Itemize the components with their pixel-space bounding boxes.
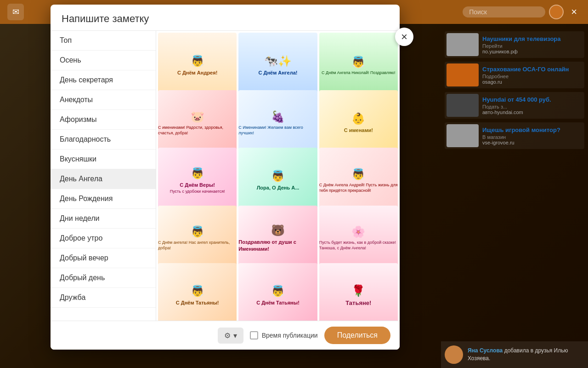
card-icon-6: 👶: [351, 112, 365, 125]
card-content-6: 👶 С именами!: [344, 112, 373, 134]
card-text-4: С именинами! Радости, здоровья, счастья,…: [158, 125, 237, 136]
category-item-weekdays[interactable]: Дни недели: [51, 209, 156, 229]
ad-info-1: Наушники для телевизора Перейти по.ушник…: [482, 35, 582, 54]
gear-button[interactable]: ⚙ ▾: [218, 328, 243, 344]
card-content-8: 👼 Лора, О День А...: [257, 170, 300, 191]
card-content-12: 🌸 Пусть будет жизнь, как в доброй сказке…: [319, 225, 398, 251]
card-content-1: 👼 С Днём Андрея!: [177, 55, 217, 76]
user-notif-name[interactable]: Яна Суслова: [468, 347, 503, 354]
grid-card-10[interactable]: 👼 С Днём ангела! Нас ангел хранитель, до…: [158, 206, 237, 271]
card-icon-7: 👼: [191, 167, 204, 180]
category-item-yummies[interactable]: Вкусняшки: [51, 150, 156, 169]
ad-title-4[interactable]: Ищешь игровой монитор?: [482, 126, 582, 133]
user-notification: Яна Суслова добавила в друзья Илью Хозяе…: [441, 341, 588, 368]
ad-item-1: Наушники для телевизора Перейти по.ушник…: [445, 31, 584, 58]
main-modal: Напишите заметку Топ Осень День секретар…: [51, 5, 400, 350]
images-grid: 👼 С Днём Андрея! 🐄✨ С Днём Ангела! 👼 С Д…: [156, 31, 400, 321]
ad-link-3[interactable]: Подать з...: [482, 104, 582, 109]
grid-card-4[interactable]: 🐷 С именинами! Радости, здоровья, счасть…: [158, 90, 237, 156]
ad-thumb-2: [447, 63, 479, 86]
card-text-15: Татьяне!: [345, 299, 371, 307]
ad-source-4: vse-igrovoe.ru: [482, 140, 582, 145]
ad-item-3: Hyundai от 454 000 руб. Подать з... авто…: [445, 92, 584, 119]
card-content-2: 🐄✨ С Днём Ангела!: [259, 55, 298, 76]
card-text-1: С Днём Андрея!: [177, 69, 217, 76]
card-content-5: 🍇 С Именинами! Желаем вам всего лучших!: [238, 110, 317, 136]
grid-card-15[interactable]: 🌹 Татьяне!: [319, 263, 398, 321]
top-bar-close-button[interactable]: ×: [567, 4, 581, 20]
category-item-jokes[interactable]: Анекдоты: [51, 90, 156, 110]
card-text-10: С Днём ангела! Нас ангел хранитель, добр…: [158, 240, 237, 251]
time-checkbox-box[interactable]: [250, 331, 258, 339]
grid-card-14[interactable]: 👼 С Днём Татьяны!: [238, 263, 317, 321]
ad-thumb-3: [447, 94, 479, 117]
card-text-8: Лора, О День А...: [257, 184, 300, 191]
right-sidebar: Наушники для телевизора Перейти по.ушник…: [441, 28, 588, 153]
ad-thumb-1: [447, 33, 479, 56]
mail-icon[interactable]: ✉: [7, 4, 24, 20]
card-content-15: 🌹 Татьяне!: [345, 284, 371, 307]
card-icon-8: 👼: [271, 170, 285, 183]
grid-card-3[interactable]: 👼 С Днём Ангела Николай! Поздравляю!: [319, 33, 398, 98]
category-item-evening[interactable]: Добрый вечер: [51, 248, 156, 268]
share-button[interactable]: Поделиться: [324, 327, 390, 344]
category-item-aphorisms[interactable]: Афоризмы: [51, 110, 156, 130]
category-item-autumn[interactable]: Осень: [51, 51, 156, 70]
grid-card-6[interactable]: 👶 С именами!: [319, 90, 398, 156]
category-item-birthday[interactable]: День Рождения: [51, 189, 156, 209]
ad-item-2: Страхование ОСА-ГО онлайн Подробнее osag…: [445, 62, 584, 88]
user-avatar[interactable]: [549, 5, 564, 19]
category-item-day[interactable]: Добрый день: [51, 268, 156, 288]
modal-body: Топ Осень День секретаря Анекдоты Афориз…: [51, 31, 400, 321]
category-item-angel[interactable]: День Ангела: [51, 169, 156, 189]
ad-title-1[interactable]: Наушники для телевизора: [482, 35, 582, 42]
card-text-11: Поздравляю от души с Именинами!: [238, 239, 317, 253]
search-input[interactable]: [463, 6, 545, 17]
time-label: Время публикации: [262, 332, 318, 339]
card-text-5: С Именинами! Желаем вам всего лучших!: [238, 125, 317, 136]
card-icon-13: 👼: [191, 285, 204, 298]
ad-link-2[interactable]: Подробнее: [482, 74, 582, 79]
search-area: ×: [463, 4, 581, 20]
ad-title-3[interactable]: Hyundai от 454 000 руб.: [482, 96, 582, 103]
card-text-13: С Днём Татьяны!: [176, 299, 219, 306]
card-content-13: 👼 С Днём Татьяны!: [176, 285, 219, 306]
ad-source-3: авто-hyundai.com: [482, 109, 582, 115]
grid-card-2[interactable]: 🐄✨ С Днём Ангела!: [238, 33, 317, 98]
category-item-top[interactable]: Топ: [51, 31, 156, 51]
ad-source-1: по.ушников.рф: [482, 49, 582, 54]
ad-title-2[interactable]: Страхование ОСА-ГО онлайн: [482, 66, 582, 73]
ad-link-4[interactable]: В магазин: [482, 134, 582, 140]
category-item-morning[interactable]: Доброе утро: [51, 229, 156, 248]
modal-close-outside-button[interactable]: ×: [395, 28, 413, 46]
modal-footer: ⚙ ▾ Время публикации Поделиться: [51, 321, 400, 350]
card-text-2: С Днём Ангела!: [259, 69, 298, 76]
category-item-secretary[interactable]: День секретаря: [51, 70, 156, 90]
grid-card-13[interactable]: 👼 С Днём Татьяны!: [158, 263, 237, 321]
grid-card-11[interactable]: 🐻 Поздравляю от души с Именинами!: [238, 206, 317, 271]
ad-thumb-4: [447, 124, 479, 147]
modal-header: Напишите заметку: [51, 5, 400, 31]
grid-card-8[interactable]: 👼 Лора, О День А...: [238, 148, 317, 213]
ad-link-1[interactable]: Перейти: [482, 43, 582, 49]
ad-source-2: osago.ru: [482, 79, 582, 85]
card-content-7: 👼 С Днём Веры! Пусть с удобоки начинаетс…: [170, 167, 225, 194]
user-notif-avatar: [445, 345, 463, 364]
category-item-friendship[interactable]: Дружба: [51, 288, 156, 308]
card-icon-5: 🍇: [271, 110, 285, 123]
grid-card-9[interactable]: 👼 С Днём Ангела Андрей! Пусть жизнь для …: [319, 148, 398, 213]
card-content-9: 👼 С Днём Ангела Андрей! Пусть жизнь для …: [319, 168, 398, 193]
grid-card-7[interactable]: 👼 С Днём Веры! Пусть с удобоки начинаетс…: [158, 148, 237, 213]
card-icon-1: 👼: [191, 55, 204, 68]
category-item-thanks[interactable]: Благодарность: [51, 130, 156, 150]
user-notif-action: добавила в друзья: [504, 347, 553, 354]
card-content-3: 👼 С Днём Ангела Николай! Поздравляю!: [322, 56, 395, 76]
grid-card-12[interactable]: 🌸 Пусть будет жизнь, как в доброй сказке…: [319, 206, 398, 271]
card-icon-15: 🌹: [351, 284, 365, 297]
grid-card-1[interactable]: 👼 С Днём Андрея!: [158, 33, 237, 98]
grid-card-5[interactable]: 🍇 С Именинами! Желаем вам всего лучших!: [238, 90, 317, 156]
card-text-6: С именами!: [344, 127, 373, 134]
card-icon-10: 👼: [191, 225, 204, 238]
time-checkbox-label[interactable]: Время публикации: [250, 331, 318, 339]
card-text-7b: Пусть с удобоки начинается!: [170, 189, 225, 195]
